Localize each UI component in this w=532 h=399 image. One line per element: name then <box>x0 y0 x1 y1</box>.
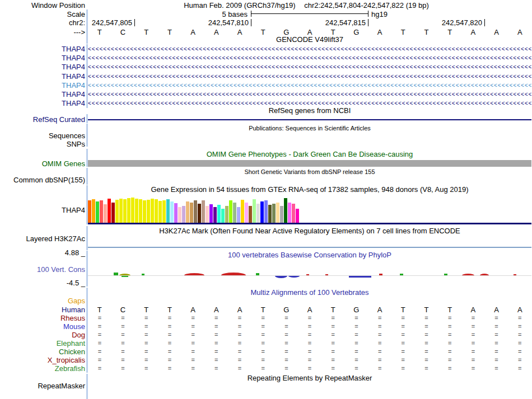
gtex-tissue-bar[interactable] <box>111 203 115 223</box>
gtex-tissue-bar[interactable] <box>131 198 134 223</box>
gtex-tissue-bar[interactable] <box>92 199 95 223</box>
gtex-tissue-bar[interactable] <box>174 203 178 223</box>
gtex-tissue-bar[interactable] <box>260 201 264 223</box>
gtex-tissue-bar[interactable] <box>225 206 228 223</box>
gtex-tissue-bar[interactable] <box>96 201 99 223</box>
gencode-transcript-label[interactable]: THAP4 <box>0 99 85 107</box>
gtex-tissue-bar[interactable] <box>158 201 162 223</box>
species-label-x_tropicalis[interactable]: X_tropicalis <box>0 356 85 364</box>
gtex-tissue-bar[interactable] <box>139 199 142 223</box>
gtex-tissue-bar[interactable] <box>209 204 213 223</box>
strand-label[interactable]: ---> <box>0 28 85 36</box>
gtex-tissue-bar[interactable] <box>249 206 252 223</box>
alignment-row-dog[interactable]: =================== <box>88 331 531 339</box>
omim-genes-label[interactable]: OMIM Genes <box>0 159 85 168</box>
h3k27ac-label[interactable]: Layered H3K27Ac <box>0 234 85 243</box>
gencode-transcript-intron-arrows[interactable]: <<<<<<<<<<<<<<<<<<<<<<<<<<<<<<<<<<<<<<<<… <box>88 81 531 90</box>
snps-label[interactable]: SNPs <box>0 140 85 148</box>
gtex-tissue-bar[interactable] <box>253 199 256 223</box>
gtex-tissue-bar[interactable] <box>288 203 291 223</box>
gtex-tissue-bar[interactable] <box>206 206 209 223</box>
gtex-tissue-bar[interactable] <box>104 204 107 223</box>
gtex-tissue-bar[interactable] <box>292 204 295 223</box>
alignment-row-x_tropicalis[interactable]: =================== <box>88 356 531 364</box>
gtex-gene-label[interactable]: THAP4 <box>0 206 85 214</box>
gencode-transcript-intron-arrows[interactable]: <<<<<<<<<<<<<<<<<<<<<<<<<<<<<<<<<<<<<<<<… <box>88 90 531 98</box>
phylop-wiggle[interactable] <box>88 267 531 284</box>
gtex-tissue-bar[interactable] <box>123 199 127 223</box>
gtex-tissue-bar[interactable] <box>217 205 221 223</box>
gencode-transcript-label[interactable]: THAP4 <box>0 72 85 81</box>
species-label-elephant[interactable]: Elephant <box>0 339 85 348</box>
gtex-tissue-bar[interactable] <box>194 200 197 223</box>
gtex-tissue-bar[interactable] <box>221 209 225 223</box>
species-label-rhesus[interactable]: Rhesus <box>0 314 85 322</box>
gencode-transcript-intron-arrows[interactable]: <<<<<<<<<<<<<<<<<<<<<<<<<<<<<<<<<<<<<<<<… <box>88 72 531 81</box>
species-label-zebrafish[interactable]: Zebrafish <box>0 364 85 373</box>
gtex-tissue-bar[interactable] <box>127 198 130 223</box>
gtex-tissue-bar[interactable] <box>296 209 299 223</box>
gtex-tissue-bar[interactable] <box>108 199 111 223</box>
gtex-tissue-bar[interactable] <box>280 206 283 223</box>
species-label-human[interactable]: Human <box>0 306 85 314</box>
species-label-mouse[interactable]: Mouse <box>0 322 85 331</box>
gencode-transcript-intron-arrows[interactable]: <<<<<<<<<<<<<<<<<<<<<<<<<<<<<<<<<<<<<<<<… <box>88 54 531 62</box>
gtex-tissue-bar[interactable] <box>100 200 103 223</box>
gtex-tissue-bar[interactable] <box>186 201 189 223</box>
gencode-transcript-label[interactable]: THAP4 <box>0 81 85 90</box>
refseq-gene-bar[interactable] <box>88 119 531 120</box>
track-handle-refseq[interactable] <box>86 114 88 123</box>
gtex-tissue-bar[interactable] <box>213 207 217 223</box>
alignment-row-rhesus[interactable]: =================== <box>88 314 531 322</box>
alignment-row-zebrafish[interactable]: =================== <box>88 364 531 373</box>
gtex-tissue-bar[interactable] <box>170 201 174 223</box>
gtex-tissue-bar[interactable] <box>115 200 119 223</box>
gencode-transcript-label[interactable]: THAP4 <box>0 45 85 53</box>
gtex-tissue-bar[interactable] <box>182 206 185 223</box>
gencode-transcript-intron-arrows[interactable]: <<<<<<<<<<<<<<<<<<<<<<<<<<<<<<<<<<<<<<<<… <box>88 45 531 53</box>
gencode-transcript-label[interactable]: THAP4 <box>0 63 85 71</box>
alignment-row-mouse[interactable]: =================== <box>88 322 531 331</box>
gtex-tissue-bar[interactable] <box>284 198 287 223</box>
gencode-transcript-label[interactable]: THAP4 <box>0 90 85 98</box>
sequences-label[interactable]: Sequences <box>0 132 85 140</box>
gtex-tissue-bar[interactable] <box>268 205 272 223</box>
gtex-tissue-bar[interactable] <box>151 199 154 223</box>
gtex-tissue-bar[interactable] <box>119 199 123 223</box>
gtex-tissue-bar[interactable] <box>88 200 91 223</box>
gtex-tissue-bar[interactable] <box>143 200 146 223</box>
gtex-tissue-bar[interactable] <box>272 204 276 223</box>
omim-genes-bar[interactable] <box>88 160 531 167</box>
gtex-tissue-bar[interactable] <box>202 200 205 223</box>
gtex-tissue-bar[interactable] <box>178 207 181 223</box>
common-dbsnp-label[interactable]: Common dbSNP(155) <box>0 176 85 184</box>
gtex-tissue-bar[interactable] <box>241 200 244 223</box>
gtex-tissue-bar[interactable] <box>237 207 240 223</box>
conservation-track-label[interactable]: 100 Vert. Cons <box>0 265 85 274</box>
gtex-tissue-bar[interactable] <box>190 203 193 223</box>
gtex-tissue-bar[interactable] <box>162 200 166 223</box>
repeatmasker-label[interactable]: RepeatMasker <box>0 382 85 390</box>
h3k27ac-signal-line[interactable] <box>88 247 531 248</box>
species-label-chicken[interactable]: Chicken <box>0 348 85 356</box>
gtex-bar-chart[interactable] <box>88 197 531 223</box>
gtex-tissue-bar[interactable] <box>155 199 158 223</box>
gtex-tissue-bar[interactable] <box>135 199 138 223</box>
gtex-tissue-bar[interactable] <box>229 200 232 223</box>
gtex-tissue-bar[interactable] <box>245 203 248 223</box>
gencode-transcript-label[interactable]: THAP4 <box>0 54 85 62</box>
gtex-tissue-bar[interactable] <box>256 204 260 223</box>
gtex-tissue-bar[interactable] <box>147 200 150 223</box>
gtex-tissue-bar[interactable] <box>233 203 236 223</box>
gtex-tissue-bar[interactable] <box>276 203 279 223</box>
gtex-tissue-bar[interactable] <box>166 199 170 223</box>
gencode-transcript-intron-arrows[interactable]: <<<<<<<<<<<<<<<<<<<<<<<<<<<<<<<<<<<<<<<<… <box>88 99 531 107</box>
refseq-curated-label[interactable]: RefSeq Curated <box>0 115 85 124</box>
alignment-row-chicken[interactable]: =================== <box>88 348 531 356</box>
alignment-row-elephant[interactable]: =================== <box>88 339 531 348</box>
species-label-dog[interactable]: Dog <box>0 331 85 339</box>
gtex-tissue-bar[interactable] <box>264 200 268 223</box>
gtex-tissue-bar[interactable] <box>198 204 201 223</box>
human-alignment-row[interactable]: TCTTAAATGATGATTTAAA <box>88 306 531 314</box>
gencode-transcript-intron-arrows[interactable]: <<<<<<<<<<<<<<<<<<<<<<<<<<<<<<<<<<<<<<<<… <box>88 63 531 71</box>
